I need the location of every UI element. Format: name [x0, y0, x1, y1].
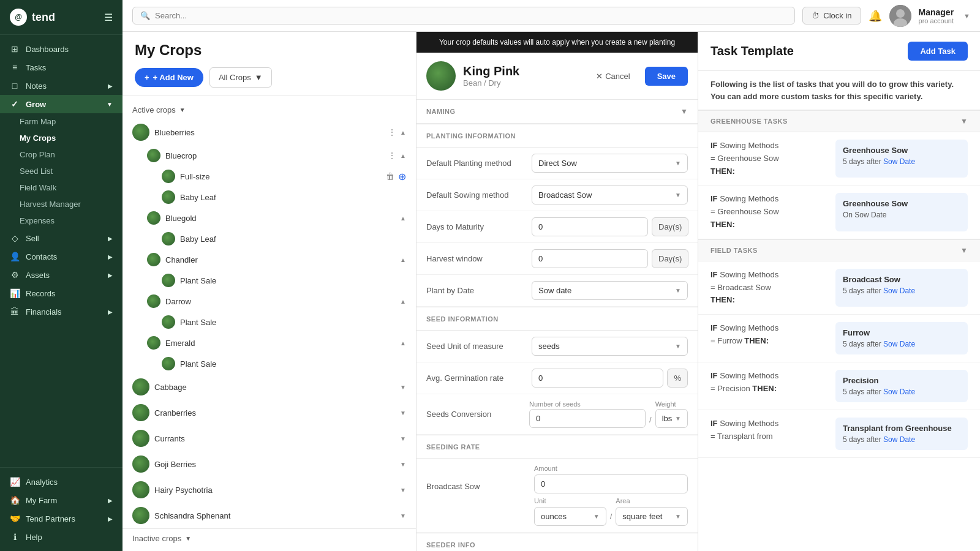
expand-crop-icon[interactable]: ▼ — [400, 410, 406, 416]
list-item[interactable]: Schisandra Sphenant ▼ — [123, 503, 416, 528]
weight-select[interactable]: lbs ▼ — [655, 409, 688, 428]
sidebar-item-tend-partners[interactable]: 🤝 Tend Partners ▶ — [0, 509, 123, 528]
greenhouse-tasks-section-header[interactable]: GREENHOUSE TASKS ▼ — [698, 110, 980, 132]
list-item[interactable]: Bluegold ▲ — [123, 208, 416, 228]
list-item[interactable]: Cranberries ▼ — [123, 400, 416, 425]
sidebar-item-my-farm[interactable]: 🏠 My Farm ▶ — [0, 491, 123, 509]
harvest-window-input[interactable] — [532, 249, 648, 268]
days-maturity-input[interactable] — [532, 217, 648, 236]
sidebar-item-assets[interactable]: ⚙ Assets ▶ — [0, 266, 123, 284]
sidebar-item-notes[interactable]: □ Notes ▶ — [0, 77, 123, 95]
unit-select[interactable]: ounces ▼ — [534, 507, 606, 526]
list-item[interactable]: Baby Leaf — [123, 187, 416, 208]
expand-crop-icon[interactable]: ▼ — [400, 435, 406, 442]
list-item[interactable]: Full-size 🗑 ⊕ — [123, 166, 416, 187]
sidebar-item-help[interactable]: ℹ Help — [0, 528, 123, 546]
list-item[interactable]: Plant Sale — [123, 312, 416, 332]
task-description-text: Following is the list of tasks that you … — [710, 80, 954, 101]
list-item[interactable]: Emerald ▲ — [123, 332, 416, 353]
germination-rate-input[interactable] — [532, 369, 663, 388]
list-item[interactable]: Baby Leaf — [123, 228, 416, 249]
list-item[interactable]: Currants ▼ — [123, 425, 416, 451]
sow-date-link-6[interactable]: Sow Date — [883, 435, 915, 444]
list-item[interactable]: Plant Sale — [123, 353, 416, 374]
sidebar-item-farm-map[interactable]: Farm Map — [0, 113, 123, 130]
sidebar-item-field-walk[interactable]: Field Walk — [0, 179, 123, 196]
seeder-info-section-header[interactable]: SEEDER INFO — [417, 534, 698, 551]
expand-crop-icon[interactable]: ▲ — [400, 152, 406, 159]
all-crops-button[interactable]: All Crops ▼ — [209, 67, 272, 88]
sidebar-item-seed-list[interactable]: Seed List — [0, 163, 123, 179]
logo-icon: @ — [10, 9, 27, 26]
expand-crop-icon[interactable]: ▲ — [400, 257, 406, 263]
delete-icon[interactable]: 🗑 — [386, 171, 394, 181]
planting-info-section-header[interactable]: PLANTING INFORMATION — [417, 125, 698, 148]
seed-unit-select[interactable]: seeds ▼ — [532, 337, 688, 356]
expand-crop-icon[interactable]: ▲ — [400, 215, 406, 222]
list-item[interactable]: Darrow ▲ — [123, 291, 416, 312]
sidebar-item-harvest-manager[interactable]: Harvest Manager — [0, 196, 123, 212]
list-item[interactable]: Chandler ▲ — [123, 249, 416, 270]
sidebar-item-contacts[interactable]: 👤 Contacts ▶ — [0, 247, 123, 266]
expand-crop-icon[interactable]: ▼ — [400, 512, 406, 519]
add-new-button[interactable]: + + Add New — [135, 68, 203, 87]
sidebar-label-my-crops: My Crops — [20, 133, 56, 143]
seed-info-section-header[interactable]: SEED INFORMATION — [417, 308, 698, 331]
sowing-method-select[interactable]: Broadcast Sow ▼ — [532, 186, 688, 204]
sow-date-link-4[interactable]: Sow Date — [883, 340, 915, 348]
notification-bell-icon[interactable]: 🔔 — [869, 9, 882, 23]
expand-crop-icon[interactable]: ▼ — [400, 487, 406, 493]
add-variety-icon[interactable]: ⊕ — [398, 171, 406, 182]
list-item[interactable]: Cabbage ▼ — [123, 374, 416, 400]
seed-info-title: SEED INFORMATION — [426, 315, 688, 323]
num-seeds-input[interactable] — [529, 409, 646, 428]
sidebar-item-my-crops[interactable]: My Crops — [0, 130, 123, 146]
list-item[interactable]: Blueberries ⋮ ▲ — [123, 119, 416, 145]
cancel-button[interactable]: ✕ Cancel — [587, 67, 638, 85]
naming-section-header[interactable]: NAMING ▼ — [417, 100, 698, 124]
more-options-icon[interactable]: ⋮ — [388, 127, 396, 137]
expand-crop-icon[interactable]: ▲ — [400, 129, 406, 136]
sidebar-item-grow[interactable]: ✓ Grow ▼ — [0, 95, 123, 113]
sidebar-item-analytics[interactable]: 📈 Analytics — [0, 473, 123, 491]
task-action-2: Greenhouse Sow On Sow Date — [835, 193, 968, 231]
user-menu-chevron-icon[interactable]: ▼ — [963, 12, 970, 20]
sidebar-item-dashboards[interactable]: ⊞ Dashboards — [0, 40, 123, 58]
list-item[interactable]: Plant Sale — [123, 270, 416, 291]
sidebar-item-tasks[interactable]: ≡ Tasks — [0, 58, 123, 77]
sidebar-item-expenses[interactable]: Expenses — [0, 212, 123, 229]
seeding-rate-section-header[interactable]: SEEDING RATE — [417, 436, 698, 459]
list-item[interactable]: Hairy Psychotria ▼ — [123, 477, 416, 503]
sow-date-link-5[interactable]: Sow Date — [883, 388, 915, 396]
save-button[interactable]: Save — [645, 67, 688, 86]
sidebar-item-financials[interactable]: 🏛 Financials ▶ — [0, 302, 123, 321]
crop-actions: ▼ — [400, 487, 406, 493]
field-tasks-section-header[interactable]: FIELD TASKS ▼ — [698, 239, 980, 261]
search-box[interactable]: 🔍 — [132, 7, 795, 24]
expand-crop-icon[interactable]: ▼ — [400, 461, 406, 468]
add-task-button[interactable]: Add Task — [908, 42, 968, 61]
expand-crop-icon[interactable]: ▲ — [400, 340, 406, 347]
list-item[interactable]: Goji Berries ▼ — [123, 451, 416, 477]
area-select[interactable]: square feet ▼ — [616, 507, 688, 526]
harvest-window-suffix: Day(s) — [652, 249, 688, 268]
sow-date-link-1[interactable]: Sow Date — [883, 157, 915, 166]
expand-crop-icon[interactable]: ▼ — [400, 384, 406, 391]
more-options-icon[interactable]: ⋮ — [388, 151, 396, 160]
search-input[interactable] — [155, 11, 787, 20]
sidebar-item-sell[interactable]: ◇ Sell ▶ — [0, 229, 123, 247]
planting-method-select[interactable]: Direct Sow ▼ — [532, 154, 688, 173]
expand-crop-icon[interactable]: ▲ — [400, 298, 406, 305]
plant-by-date-select[interactable]: Sow date ▼ — [532, 281, 688, 300]
list-item[interactable]: Bluecrop ⋮ ▲ — [123, 145, 416, 166]
sidebar-item-records[interactable]: 📊 Records — [0, 284, 123, 302]
hamburger-icon[interactable]: ☰ — [104, 12, 113, 23]
sow-date-link-3[interactable]: Sow Date — [883, 287, 915, 295]
amount-input[interactable] — [534, 474, 688, 493]
active-crops-section-header[interactable]: Active crops ▼ — [123, 100, 416, 119]
sidebar-item-crop-plan[interactable]: Crop Plan — [0, 146, 123, 163]
inactive-crops-section-header[interactable]: Inactive crops ▼ — [123, 529, 416, 548]
task-action-sub-5: 5 days after Sow Date — [843, 388, 960, 396]
avatar — [889, 5, 911, 27]
clock-in-button[interactable]: ⏱ Clock in — [802, 7, 861, 24]
